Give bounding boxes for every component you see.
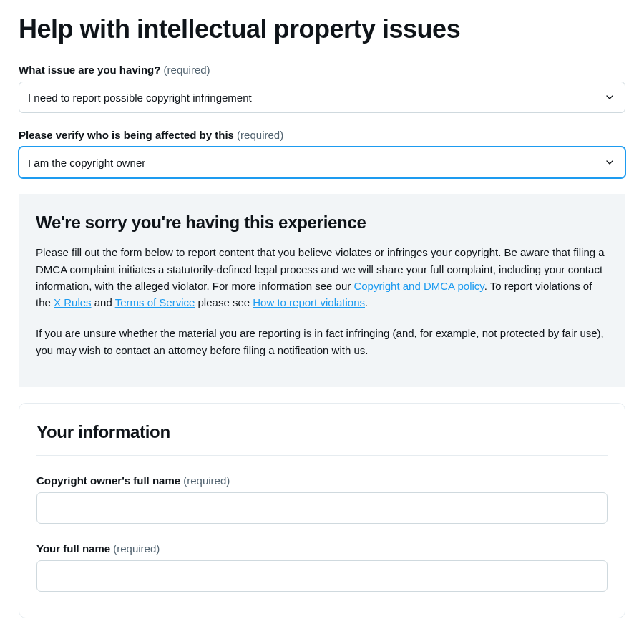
info-text: . — [365, 296, 368, 308]
your-full-name-input[interactable] — [36, 560, 608, 592]
required-tag: (required) — [113, 542, 160, 555]
how-to-report-link[interactable]: How to report violations — [253, 296, 365, 308]
info-heading: We're sorry you're having this experienc… — [36, 213, 608, 233]
issue-label: What issue are you having? (required) — [19, 64, 625, 76]
owner-name-label-text: Copyright owner's full name — [36, 474, 180, 487]
affected-select[interactable]: I am the copyright owner — [19, 147, 625, 178]
your-name-label-text: Your full name — [36, 542, 110, 555]
issue-select-value: I need to report possible copyright infr… — [28, 92, 252, 104]
info-text: please see — [195, 296, 253, 308]
info-paragraph-1: Please fill out the form below to report… — [36, 244, 608, 311]
affected-label-text: Please verify who is being affected by t… — [19, 129, 234, 141]
divider — [36, 455, 608, 456]
required-tag: (required) — [237, 129, 283, 141]
issue-select[interactable]: I need to report possible copyright infr… — [19, 82, 625, 113]
your-information-card: Your information Copyright owner's full … — [19, 403, 625, 618]
x-rules-link[interactable]: X Rules — [54, 296, 92, 308]
issue-label-text: What issue are you having? — [19, 64, 160, 76]
page-title: Help with intellectual property issues — [19, 14, 625, 44]
info-text: and — [92, 296, 115, 308]
info-panel: We're sorry you're having this experienc… — [19, 194, 625, 387]
your-name-label: Your full name (required) — [36, 542, 608, 555]
required-tag: (required) — [164, 64, 210, 76]
owner-name-label: Copyright owner's full name (required) — [36, 474, 608, 487]
required-tag: (required) — [183, 474, 230, 487]
owner-full-name-input[interactable] — [36, 492, 608, 524]
your-information-heading: Your information — [36, 422, 608, 442]
copyright-dmca-policy-link[interactable]: Copyright and DMCA policy — [353, 280, 484, 292]
affected-select-value: I am the copyright owner — [28, 157, 145, 169]
info-paragraph-2: If you are unsure whether the material y… — [36, 325, 608, 358]
affected-label: Please verify who is being affected by t… — [19, 129, 625, 141]
terms-of-service-link[interactable]: Terms of Service — [115, 296, 195, 308]
